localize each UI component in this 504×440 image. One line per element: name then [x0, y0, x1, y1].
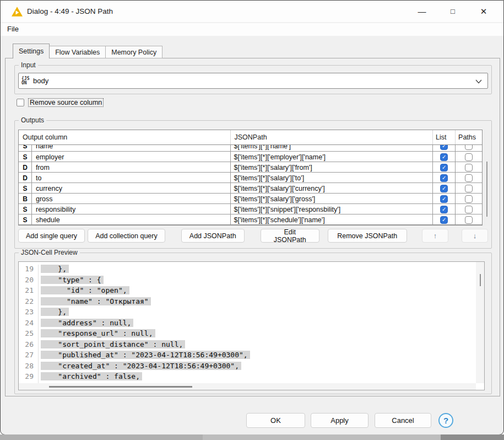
- table-row[interactable]: S responsibility $['items'][*]['snippet'…: [19, 204, 482, 214]
- table-row[interactable]: B gross $['items'][*]['salary']['gross']…: [19, 194, 482, 204]
- preview-vscrollbar-thumb[interactable]: [480, 274, 481, 286]
- list-checkbox[interactable]: ✓: [440, 164, 448, 171]
- json-preview-groupbox: JSON-Cell Preview 19 }, 20 "type" : {: [14, 253, 492, 394]
- table-row[interactable]: D from $['items'][*]['salary']['from'] ✓: [19, 162, 482, 173]
- line-number: 24: [19, 319, 39, 330]
- outputs-table-body: S name $['items'][*]['name'] ✓ S employe…: [19, 145, 482, 225]
- json-preview-textarea[interactable]: 19 }, 20 "type" : { 21 "id" : "open",: [18, 261, 485, 390]
- edit-jsonpath-button[interactable]: Edit JSONPath: [261, 229, 319, 243]
- line-number: 28: [19, 362, 39, 373]
- code-line: 21 "id" : "open",: [19, 286, 475, 297]
- apply-button[interactable]: Apply: [311, 413, 368, 428]
- dialog-footer: OK Apply Cancel ?: [1, 413, 503, 430]
- col-output-column[interactable]: Output column: [19, 130, 231, 144]
- col-jsonpath[interactable]: JSONPath: [231, 130, 433, 144]
- list-checkbox[interactable]: ✓: [440, 185, 448, 192]
- line-number: 29: [19, 372, 39, 383]
- paths-checkbox[interactable]: [465, 174, 473, 182]
- paths-checkbox[interactable]: [465, 153, 473, 161]
- tab-flow-variables[interactable]: Flow Variables: [50, 46, 106, 58]
- preview-hscrollbar-thumb[interactable]: [49, 386, 192, 388]
- line-text: "type" : {: [39, 276, 104, 287]
- help-icon[interactable]: ?: [438, 413, 453, 428]
- preview-vscrollbar[interactable]: [476, 262, 484, 383]
- ok-button[interactable]: OK: [246, 413, 305, 428]
- table-scrollbar[interactable]: [483, 130, 491, 226]
- add-single-query-button[interactable]: Add single query: [18, 229, 85, 243]
- code-line: 24 "address" : null,: [19, 319, 475, 330]
- col-list[interactable]: List: [433, 130, 456, 144]
- col-paths[interactable]: Paths: [456, 130, 482, 144]
- checkbox-box[interactable]: [17, 99, 24, 106]
- json-code: 19 }, 20 "type" : { 21 "id" : "open",: [19, 265, 475, 383]
- jsonpath-value: $['items'][*]['snippet']['responsbility'…: [231, 204, 433, 214]
- code-line: 23 },: [19, 308, 475, 319]
- code-line: 20 "type" : {: [19, 276, 475, 287]
- close-icon[interactable]: ✕: [468, 1, 499, 22]
- table-row[interactable]: S name $['items'][*]['name'] ✓: [19, 145, 482, 152]
- table-row[interactable]: S shedule $['items'][*]['schedule']['nam…: [19, 214, 482, 225]
- jsonpath-value: $['items'][*]['salary']['gross']: [231, 194, 433, 204]
- outputs-group-label: Outputs: [19, 116, 46, 124]
- menu-file[interactable]: File: [1, 23, 22, 33]
- line-text: "response_url" : null,: [39, 329, 155, 340]
- paths-checkbox[interactable]: [465, 185, 473, 192]
- remove-source-column-checkbox[interactable]: Remove source column: [17, 98, 104, 107]
- code-line: 29 "archived" : false,: [19, 372, 475, 383]
- move-down-button[interactable]: ↓: [462, 229, 488, 243]
- input-groupbox: Input {JSON body: [14, 65, 492, 94]
- remove-jsonpath-button[interactable]: Remove JSONPath: [328, 229, 407, 243]
- jsonpath-value: $['items'][*]['schedule']['name']: [231, 214, 433, 225]
- table-row[interactable]: S employer $['items'][*]['employer']['na…: [19, 152, 482, 162]
- tab-settings[interactable]: Settings: [13, 44, 50, 58]
- window-title: Dialog - 4:49 - JSON Path: [27, 7, 113, 15]
- line-number: 25: [19, 329, 39, 340]
- tab-strip: Settings Flow Variables Memory Policy: [13, 44, 162, 58]
- table-row[interactable]: S currency $['items'][*]['salary']['curr…: [19, 183, 482, 194]
- paths-checkbox[interactable]: [465, 206, 473, 213]
- line-number: 27: [19, 351, 39, 362]
- line-text: },: [39, 265, 69, 276]
- paths-checkbox[interactable]: [465, 145, 473, 150]
- jsonpath-value: $['items'][*]['salary']['to']: [231, 173, 433, 183]
- output-column-name: from: [32, 162, 231, 173]
- outputs-table: Output column JSONPath List Paths S name…: [18, 130, 483, 226]
- code-line: 19 },: [19, 265, 475, 276]
- output-column-name: shedule: [32, 214, 231, 225]
- move-up-button[interactable]: ↑: [422, 229, 448, 243]
- paths-checkbox[interactable]: [465, 216, 473, 224]
- preview-hscrollbar[interactable]: [19, 383, 476, 390]
- cancel-button[interactable]: Cancel: [375, 413, 431, 428]
- outputs-buttons: Add single query Add collection query Ad…: [18, 229, 488, 243]
- column-type-icon: S: [19, 204, 32, 214]
- maximize-icon[interactable]: □: [437, 1, 468, 22]
- list-checkbox[interactable]: ✓: [440, 206, 448, 213]
- jsonpath-value: $['items'][*]['name']: [231, 145, 433, 151]
- line-text: "archived" : false,: [39, 372, 142, 383]
- table-scrollbar-thumb[interactable]: [486, 162, 487, 217]
- knime-node-icon: [12, 7, 23, 17]
- column-type-icon: D: [19, 162, 32, 173]
- title-bar: Dialog - 4:49 - JSON Path — □ ✕: [1, 1, 503, 23]
- jsonpath-value: $['items'][*]['salary']['from']: [231, 162, 433, 173]
- minimize-icon[interactable]: —: [407, 1, 437, 22]
- jsonpath-value: $['items'][*]['salary']['currency']: [231, 183, 433, 194]
- paths-checkbox[interactable]: [465, 195, 473, 203]
- list-checkbox[interactable]: ✓: [440, 195, 448, 203]
- input-column-select[interactable]: {JSON body: [18, 73, 488, 89]
- line-number: 22: [19, 297, 39, 308]
- add-collection-query-button[interactable]: Add collection query: [88, 229, 165, 243]
- list-checkbox[interactable]: ✓: [440, 153, 448, 161]
- chevron-down-icon: [475, 76, 482, 86]
- add-jsonpath-button[interactable]: Add JSONPath: [181, 229, 245, 243]
- table-row[interactable]: D to $['items'][*]['salary']['to'] ✓: [19, 173, 482, 183]
- dialog-window: Dialog - 4:49 - JSON Path — □ ✕ File Set…: [0, 0, 504, 435]
- list-checkbox[interactable]: ✓: [440, 216, 448, 224]
- jsonpath-value: $['items'][*]['employer']['name']: [231, 152, 433, 162]
- list-checkbox[interactable]: ✓: [440, 145, 448, 150]
- column-type-icon: S: [19, 183, 32, 194]
- list-checkbox[interactable]: ✓: [440, 174, 448, 182]
- output-column-name: responsibility: [32, 204, 231, 214]
- paths-checkbox[interactable]: [465, 164, 473, 171]
- tab-memory-policy[interactable]: Memory Policy: [106, 46, 162, 58]
